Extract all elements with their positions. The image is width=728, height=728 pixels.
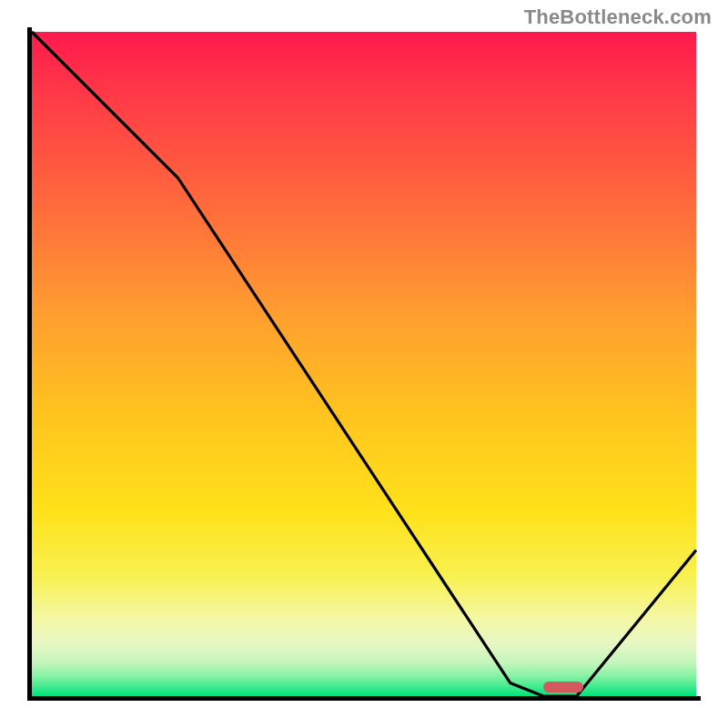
plot-area — [32, 32, 696, 696]
chart-container: TheBottleneck.com — [0, 0, 728, 728]
optimal-range-marker — [543, 682, 583, 693]
watermark-text: TheBottleneck.com — [524, 5, 712, 29]
curve-layer — [32, 32, 696, 696]
bottleneck-curve — [32, 32, 696, 696]
